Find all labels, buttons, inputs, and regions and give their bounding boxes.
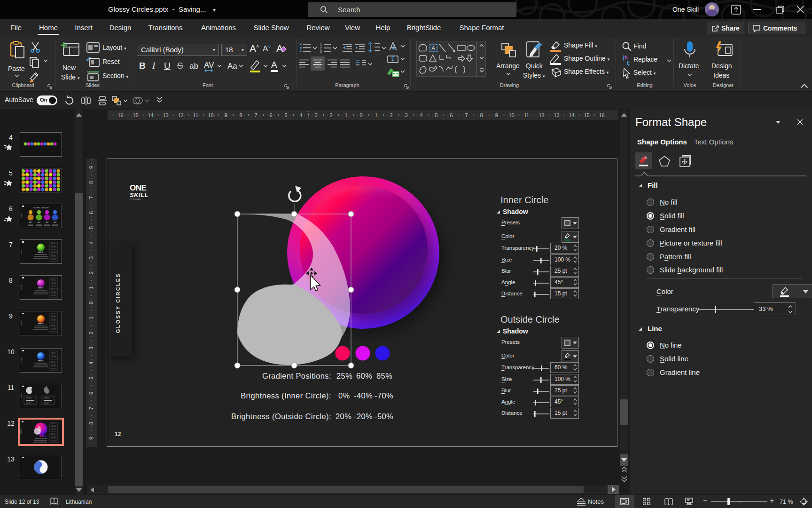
svg-text:7: 7 — [88, 407, 94, 410]
svg-text:GLOSSY: GLOSSY — [21, 320, 23, 325]
svg-text:12: 12 — [539, 112, 544, 118]
svg-text:10: 10 — [508, 112, 514, 118]
svg-text:16: 16 — [117, 112, 123, 118]
svg-text:7: 7 — [465, 112, 468, 118]
svg-text:10: 10 — [208, 112, 213, 118]
svg-text:1: 1 — [320, 43, 322, 46]
svg-text:3: 3 — [405, 112, 407, 118]
svg-text:11: 11 — [524, 112, 529, 118]
svg-text:3: 3 — [88, 256, 94, 259]
svg-text:GLOSSY: GLOSSY — [21, 249, 23, 254]
svg-text:4: 4 — [88, 362, 94, 365]
svg-text:0: 0 — [359, 112, 362, 118]
svg-text:1: 1 — [344, 112, 347, 118]
svg-text:9: 9 — [224, 112, 227, 118]
svg-text:8: 8 — [480, 112, 483, 118]
svg-text:6: 6 — [269, 112, 272, 118]
svg-text:4: 4 — [88, 241, 94, 244]
svg-text:13: 13 — [554, 112, 559, 118]
svg-text:3: 3 — [320, 50, 322, 53]
svg-text:ABC: ABC — [54, 222, 57, 223]
svg-text:GLOSSY: GLOSSY — [21, 285, 23, 290]
svg-text:14: 14 — [148, 112, 153, 118]
svg-text:ABC: ABC — [46, 222, 49, 223]
svg-text:15: 15 — [133, 112, 138, 118]
svg-text:1: 1 — [375, 112, 377, 118]
svg-text:5: 5 — [284, 112, 287, 118]
svg-text:8: 8 — [88, 181, 94, 184]
svg-text:5: 5 — [88, 226, 94, 229]
svg-text:GLOSSY: GLOSSY — [20, 429, 22, 434]
svg-text:2: 2 — [88, 332, 94, 334]
svg-text:2: 2 — [88, 271, 94, 274]
svg-text:11: 11 — [193, 112, 198, 118]
svg-text:15: 15 — [584, 112, 589, 118]
svg-text:5: 5 — [435, 112, 437, 118]
svg-text:7: 7 — [88, 196, 94, 199]
svg-text:8: 8 — [239, 112, 242, 118]
svg-text:8: 8 — [88, 422, 94, 425]
svg-text:4: 4 — [299, 112, 302, 118]
svg-text:3: 3 — [314, 112, 317, 118]
svg-text:4: 4 — [420, 112, 422, 118]
svg-text:GLOSSY: GLOSSY — [21, 393, 23, 398]
svg-text:ABC: ABC — [29, 222, 32, 223]
svg-text:0: 0 — [88, 302, 94, 304]
svg-text:6: 6 — [88, 211, 94, 214]
svg-text:3: 3 — [88, 347, 94, 349]
svg-text:9: 9 — [88, 166, 94, 169]
svg-text:7: 7 — [254, 112, 257, 118]
svg-text:2: 2 — [390, 112, 392, 118]
svg-text:6: 6 — [450, 112, 453, 118]
svg-text:13: 13 — [163, 112, 168, 118]
svg-text:9: 9 — [495, 112, 498, 118]
svg-text:GLOSSY CIRCLES: GLOSSY CIRCLES — [33, 207, 49, 209]
svg-text:1: 1 — [88, 317, 94, 319]
svg-text:5: 5 — [88, 377, 94, 380]
svg-text:12: 12 — [178, 112, 183, 118]
svg-text:ABC: ABC — [38, 222, 41, 223]
svg-text:b: b — [625, 55, 628, 60]
svg-text:1: 1 — [88, 286, 94, 289]
svg-text:6: 6 — [88, 392, 94, 395]
svg-text:2: 2 — [329, 112, 332, 118]
svg-text:2: 2 — [320, 47, 322, 50]
svg-text:16: 16 — [599, 112, 604, 118]
svg-text:A: A — [432, 45, 436, 51]
svg-text:9: 9 — [88, 437, 94, 440]
svg-text:GLOSSY: GLOSSY — [21, 213, 23, 218]
svg-text:14: 14 — [569, 112, 574, 118]
svg-text:GLOSSY: GLOSSY — [21, 357, 23, 363]
